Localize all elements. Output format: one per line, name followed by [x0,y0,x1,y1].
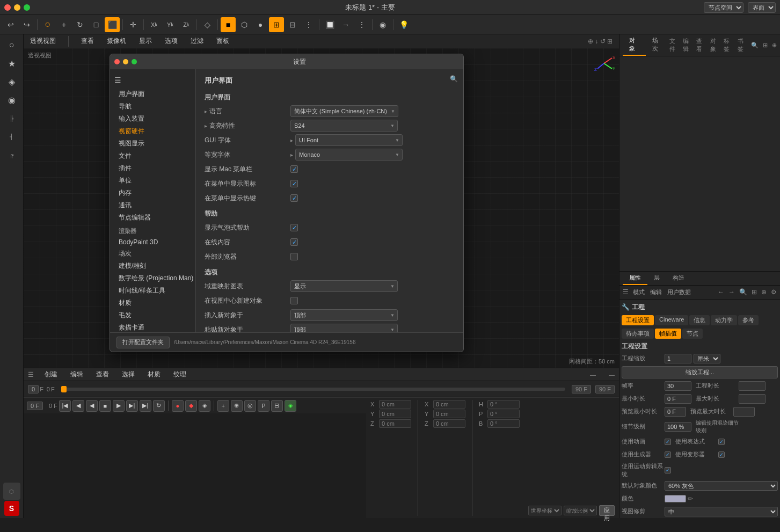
sidebar-icon-special[interactable]: S [4,501,19,516]
scale-z-input[interactable] [433,419,465,428]
project-tab-dynamics[interactable]: 动力学 [711,315,737,325]
sidebar-sketch[interactable]: 素描卡通 [110,322,195,332]
lod-input[interactable] [665,422,691,432]
bulb-button[interactable]: 💡 [396,17,411,32]
sidebar-viewport-display[interactable]: 视图显示 [110,137,195,150]
move-button[interactable]: ✛ [126,17,141,32]
right-menu-edit[interactable]: 编辑 [683,37,692,53]
menu-panel[interactable]: 面板 [214,35,231,47]
record-btn[interactable]: ● [172,400,184,412]
pos-z-input[interactable] [379,419,411,428]
domain-remap-select[interactable]: 显示 [290,280,398,292]
menu-hotkeys-checkbox[interactable] [290,194,298,202]
max-length-input[interactable] [739,394,766,404]
menu-edit[interactable]: 编辑 [68,369,85,380]
close-button[interactable] [4,4,11,11]
view-clip-select[interactable]: 中 [665,507,778,516]
sidebar-node-editor[interactable]: 节点编辑器 [110,212,195,224]
copy-key-btn[interactable]: ⊕ [231,400,243,412]
jump-start-btn[interactable]: |◀ [59,400,71,412]
browser-checkbox[interactable] [290,253,298,260]
tooltip-checkbox[interactable] [290,224,298,231]
use-animation-checkbox[interactable]: ✓ [665,439,671,445]
right-menu-object[interactable]: 对象 [710,37,719,53]
dialog-close[interactable] [114,59,120,64]
sidebar-comms[interactable]: 通讯 [110,199,195,212]
preview-max-input[interactable] [733,407,755,417]
tab-object[interactable]: 对象 [623,34,646,56]
keyframe2-btn[interactable]: ◈ [199,400,210,412]
project-length-input[interactable] [739,381,766,391]
panel-tab-layers[interactable]: 层 [647,272,666,285]
maximize-button[interactable] [24,4,30,11]
xaxis-button[interactable]: Xk [147,17,162,32]
center-create-checkbox[interactable] [290,297,298,304]
menu-display[interactable]: 显示 [137,35,154,47]
tab-scene[interactable]: 场次 [646,34,669,56]
gui-font-select[interactable]: UI Font [295,134,403,146]
arrow-button[interactable]: → [338,17,353,32]
sidebar-scenes[interactable]: 场次 [110,247,195,260]
extra-button[interactable]: ⋮ [354,17,369,32]
project-tab-settings[interactable]: 工程设置 [622,315,654,325]
fps-input[interactable] [665,381,691,391]
scale-unit-select[interactable]: 厘米 [694,354,720,363]
panel-edit-label[interactable]: 编辑 [650,288,662,296]
yaxis-button[interactable]: Yk [163,17,178,32]
icon1-btn[interactable]: P [258,400,269,412]
sidebar-viewport-hardware[interactable]: 视窗硬件 [110,125,195,137]
shape-button[interactable]: □ [89,17,104,32]
panel-copy-icon[interactable]: ⊕ [761,288,767,296]
panel-back-icon[interactable]: ← [718,288,724,296]
sidebar-icon-mode3[interactable]: ╔ [3,146,20,163]
magnet-button[interactable]: 🔲 [322,17,337,32]
dialog-maximize[interactable] [132,59,137,64]
pos-y-input[interactable] [379,410,411,418]
panel-tab-attributes[interactable]: 属性 [623,272,647,285]
sidebar-icon-object[interactable]: ○ [3,37,20,54]
scale-project-button[interactable]: 缩放工程... [622,366,778,378]
project-tab-cineware[interactable]: Cineware [655,315,688,325]
icon2-btn[interactable]: ⊟ [271,400,283,412]
project-tab-info[interactable]: 信息 [689,315,710,325]
viewport[interactable]: 透视视图 X Y Z 网格间距：50 cm 设置 [24,48,619,368]
project-sub-nodes[interactable]: 节点 [682,329,703,339]
menu-create[interactable]: 创建 [42,369,60,380]
add-key-btn[interactable]: + [217,400,229,412]
undo-button[interactable]: ↩ [3,17,18,32]
sidebar-modeling[interactable]: 建模/雕刻 [110,260,195,272]
highlight-select[interactable]: S24 [290,120,398,132]
scale-value-input[interactable] [665,354,691,363]
sidebar-icon-mode2[interactable]: ┤ [3,128,20,145]
scale-y-input[interactable] [433,410,465,418]
menu-texture[interactable]: 纹理 [171,369,188,380]
sidebar-hair[interactable]: 毛发 [110,309,195,322]
prev-frame-btn[interactable]: ◀ [72,400,84,412]
rotate-button[interactable]: ↻ [72,17,88,32]
zaxis-button[interactable]: Zk [179,17,194,32]
online-checkbox[interactable] [290,238,298,246]
sidebar-plugin[interactable]: 插件 [110,162,195,174]
select-button[interactable]: ⬛ [105,17,120,32]
mono-font-select[interactable]: Monaco [295,149,403,161]
panel-tab-structure[interactable]: 构造 [666,272,691,285]
add-button[interactable]: + [56,17,71,32]
sidebar-icon-mode1[interactable]: ╠ [3,110,20,127]
interface-select[interactable]: 界面 [748,2,776,13]
color-swatch[interactable] [665,495,686,502]
right-add-icon[interactable]: ⊕ [772,42,777,49]
panel-forward-icon[interactable]: → [728,288,735,296]
play-btn[interactable]: ▶ [113,400,125,412]
menu-filter[interactable]: 过滤 [188,35,206,47]
sidebar-file[interactable]: 文件 [110,150,195,162]
minimize-button[interactable] [14,4,20,11]
menu-icons-checkbox[interactable] [290,180,298,187]
right-menu-bookmarks[interactable]: 书签 [738,37,747,53]
color-picker-icon[interactable]: ✏ [686,494,695,503]
project-sub-interp[interactable]: 帧插值 [655,329,681,339]
keyframe-btn[interactable]: ◆ [185,400,197,412]
menu-options[interactable]: 选项 [163,35,180,47]
camera-button[interactable]: ⬡ [237,17,252,32]
sidebar-icon-material[interactable]: ◉ [3,91,20,108]
preview-min-input[interactable] [665,407,686,417]
